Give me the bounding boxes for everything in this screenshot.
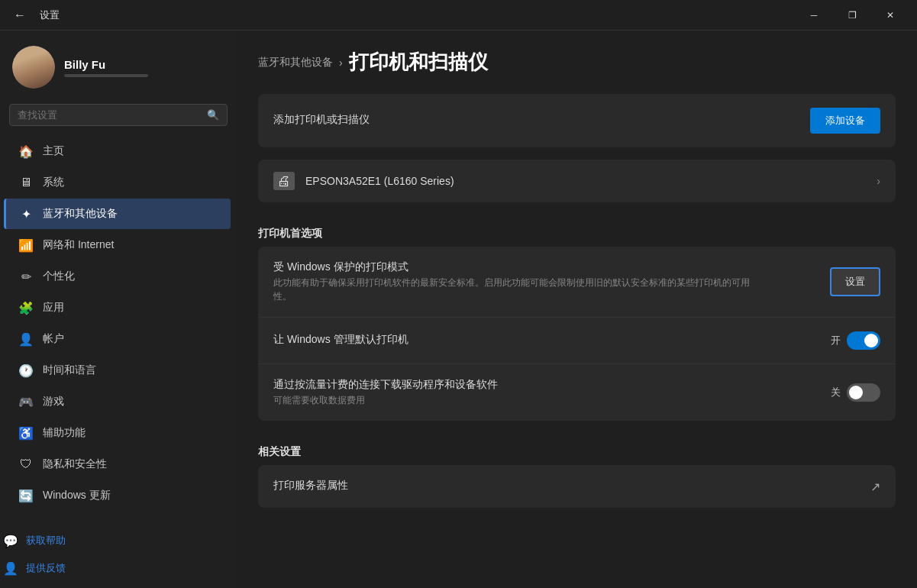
sidebar-item-home[interactable]: 🏠 主页 [6, 136, 231, 166]
nav-label-windows_update: Windows 更新 [43, 489, 111, 502]
add-printer-info: 添加打印机或扫描仪 [273, 113, 810, 128]
manage-default-toggle[interactable] [847, 331, 880, 350]
breadcrumb-arrow: › [339, 57, 343, 69]
titlebar-left: ← 设置 [9, 5, 60, 25]
download-driver-row: 通过按流量计费的连接下载驱动程序和设备软件 可能需要收取数据费用 关 [258, 364, 896, 421]
nav-label-network: 网络和 Internet [43, 238, 114, 252]
manage-default-row: 让 Windows 管理默认打印机 开 [258, 318, 896, 364]
windows-protection-desc: 此功能有助于确保采用打印机软件的最新安全标准。启用此功能可能会限制使用旧的默认安… [273, 276, 762, 303]
back-button[interactable]: ← [9, 5, 31, 25]
feedback-icon: 👤 [3, 561, 18, 576]
nav-icon-personalize: ✏ [18, 269, 34, 284]
download-driver-toggle-container: 关 [831, 383, 880, 402]
nav-icon-apps: 🧩 [18, 300, 34, 315]
restore-button[interactable]: ❐ [835, 3, 870, 27]
add-printer-row: 添加打印机或扫描仪 添加设备 [258, 94, 896, 147]
nav-icon-windows_update: 🔄 [18, 488, 34, 503]
related-section-heading: 相关设置 [258, 433, 896, 465]
windows-protection-row: 受 Windows 保护的打印模式 此功能有助于确保采用打印机软件的最新安全标准… [258, 247, 896, 318]
nav-icon-bluetooth: ✦ [18, 206, 34, 221]
feedback-link[interactable]: 👤 提供反馈 [3, 557, 237, 579]
nav-icon-games: 🎮 [18, 394, 34, 409]
toggle-slider-on [847, 331, 880, 350]
get-help-label: 获取帮助 [26, 534, 66, 548]
sidebar-item-time[interactable]: 🕐 时间和语言 [6, 355, 231, 386]
printer-name: EPSON3A52E1 (L6160 Series) [305, 175, 866, 187]
print-server-row[interactable]: 打印服务器属性 ↗ [258, 465, 896, 508]
breadcrumb: 蓝牙和其他设备 › 打印机和扫描仪 [258, 49, 896, 76]
manage-default-toggle-container: 开 [831, 331, 880, 350]
print-server-info: 打印服务器属性 [273, 479, 870, 494]
windows-protection-title: 受 Windows 保护的打印模式 [273, 260, 830, 274]
sidebar-item-games[interactable]: 🎮 游戏 [6, 386, 231, 417]
nav-label-system: 系统 [43, 176, 64, 189]
sidebar-item-system[interactable]: 🖥 系统 [6, 167, 231, 198]
sidebar-item-network[interactable]: 📶 网络和 Internet [6, 230, 231, 260]
printer-icon: 🖨 [273, 172, 295, 190]
sidebar-item-personalize[interactable]: ✏ 个性化 [6, 261, 231, 292]
related-settings-card: 打印服务器属性 ↗ [258, 465, 896, 508]
breadcrumb-parent[interactable]: 蓝牙和其他设备 [258, 56, 333, 69]
search-icon: 🔍 [207, 109, 219, 121]
manage-default-state: 开 [831, 334, 841, 347]
chevron-right-icon: › [877, 175, 880, 187]
nav-label-accessibility: 辅助功能 [43, 426, 86, 440]
avatar-face [12, 46, 55, 89]
sidebar-item-bluetooth[interactable]: ✦ 蓝牙和其他设备 [4, 199, 231, 229]
settings-button[interactable]: 设置 [830, 267, 880, 296]
get-help-link[interactable]: 💬 获取帮助 [3, 530, 237, 551]
sidebar-item-accessibility[interactable]: ♿ 辅助功能 [6, 418, 231, 448]
download-driver-title: 通过按流量计费的连接下载驱动程序和设备软件 [273, 378, 831, 392]
manage-default-info: 让 Windows 管理默认打印机 [273, 333, 831, 348]
nav-icon-network: 📶 [18, 237, 34, 253]
user-name: Billy Fu [64, 58, 224, 71]
search-input[interactable] [18, 109, 207, 121]
sidebar-item-accounts[interactable]: 👤 帐户 [6, 324, 231, 354]
nav-icon-home: 🏠 [18, 144, 34, 159]
nav-icon-accessibility: ♿ [18, 425, 34, 441]
nav-label-apps: 应用 [43, 301, 64, 315]
user-bar [64, 74, 148, 77]
nav-label-privacy: 隐私和安全性 [43, 457, 107, 471]
printer-section-heading: 打印机首选项 [258, 215, 896, 247]
sidebar: Billy Fu 🔍 🏠 主页 🖥 系统 ✦ 蓝牙和其他设备 📶 网络和 Int… [0, 31, 237, 588]
sidebar-item-apps[interactable]: 🧩 应用 [6, 292, 231, 323]
add-printer-card: 添加打印机或扫描仪 添加设备 [258, 94, 896, 147]
toggle-slider-off [847, 383, 880, 402]
add-printer-title: 添加打印机或扫描仪 [273, 113, 810, 127]
nav-label-time: 时间和语言 [43, 363, 96, 377]
download-driver-info: 通过按流量计费的连接下载驱动程序和设备软件 可能需要收取数据费用 [273, 378, 831, 407]
sidebar-item-windows_update[interactable]: 🔄 Windows 更新 [6, 480, 231, 511]
search-box[interactable]: 🔍 [9, 104, 228, 126]
nav-icon-privacy: 🛡 [18, 457, 34, 472]
app-layout: Billy Fu 🔍 🏠 主页 🖥 系统 ✦ 蓝牙和其他设备 📶 网络和 Int… [0, 31, 917, 588]
nav-icon-time: 🕐 [18, 363, 34, 378]
printer-row[interactable]: 🖨 EPSON3A52E1 (L6160 Series) › [258, 160, 896, 202]
add-device-button[interactable]: 添加设备 [810, 108, 880, 134]
manage-default-title: 让 Windows 管理默认打印机 [273, 333, 831, 347]
nav-icon-accounts: 👤 [18, 331, 34, 347]
download-driver-state: 关 [831, 386, 841, 399]
print-server-label: 打印服务器属性 [273, 479, 870, 493]
titlebar: ← 设置 ─ ❐ ✕ [0, 0, 917, 31]
printer-list-card: 🖨 EPSON3A52E1 (L6160 Series) › [258, 160, 896, 202]
download-driver-toggle[interactable] [847, 383, 880, 402]
nav-list: 🏠 主页 🖥 系统 ✦ 蓝牙和其他设备 📶 网络和 Internet ✏ 个性化… [0, 135, 237, 512]
avatar [12, 46, 55, 89]
window-controls: ─ ❐ ✕ [796, 3, 908, 27]
close-button[interactable]: ✕ [873, 3, 908, 27]
app-title: 设置 [40, 8, 60, 22]
windows-protection-info: 受 Windows 保护的打印模式 此功能有助于确保采用打印机软件的最新安全标准… [273, 260, 830, 303]
help-icon: 💬 [3, 533, 18, 548]
download-driver-desc: 可能需要收取数据费用 [273, 393, 762, 407]
nav-label-bluetooth: 蓝牙和其他设备 [43, 207, 118, 221]
nav-label-home: 主页 [43, 144, 64, 158]
user-profile[interactable]: Billy Fu [0, 40, 237, 101]
user-info: Billy Fu [64, 58, 224, 77]
sidebar-item-privacy[interactable]: 🛡 隐私和安全性 [6, 449, 231, 480]
feedback-label: 提供反馈 [26, 561, 66, 575]
external-link-icon: ↗ [870, 480, 880, 494]
nav-label-personalize: 个性化 [43, 270, 75, 283]
minimize-button[interactable]: ─ [796, 3, 831, 27]
breadcrumb-current: 打印机和扫描仪 [349, 49, 488, 76]
